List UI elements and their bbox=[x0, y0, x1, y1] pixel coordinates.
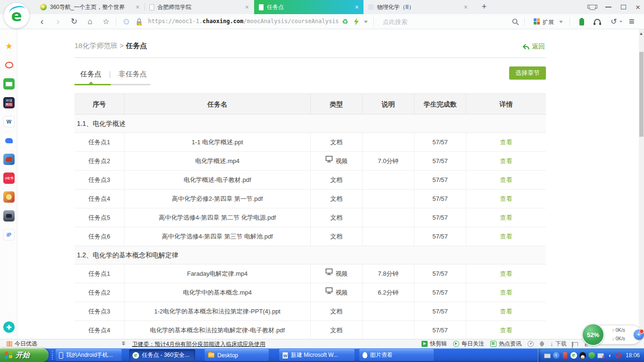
speed-lightning-icon[interactable] bbox=[354, 18, 359, 25]
weibo-icon[interactable] bbox=[3, 59, 15, 71]
restore-button[interactable] bbox=[621, 5, 626, 9]
task-name: Faraday电解定律.mp4 bbox=[124, 264, 310, 283]
view-link[interactable]: 查看 bbox=[500, 327, 512, 334]
game-icon-3[interactable] bbox=[3, 210, 15, 222]
extensions-icon[interactable] bbox=[534, 18, 540, 25]
view-link[interactable]: 查看 bbox=[500, 195, 512, 202]
view-link[interactable]: 查看 bbox=[500, 308, 512, 315]
close-window-button[interactable]: × bbox=[636, 3, 640, 11]
minimize-button[interactable] bbox=[605, 7, 611, 8]
qq-penguin-icon[interactable] bbox=[579, 352, 586, 359]
tray-collapse-icon[interactable]: ‹ bbox=[553, 352, 560, 359]
assistant-notification-icon[interactable]: + bbox=[634, 329, 644, 340]
daily-follow-button[interactable]: 每日关注 bbox=[453, 340, 484, 348]
start-button[interactable]: 开始 bbox=[0, 348, 49, 362]
keyboard-tray-icon[interactable] bbox=[544, 354, 551, 358]
skin-icon[interactable] bbox=[589, 5, 596, 10]
xiaohongshu-icon[interactable]: 小红书 bbox=[3, 173, 15, 184]
blocked-status-icon[interactable] bbox=[615, 353, 621, 358]
tab-hefei-normal[interactable]: 合肥师范学院 × bbox=[145, 0, 254, 14]
extensions-label[interactable]: 扩展 bbox=[543, 18, 554, 26]
quick-clip-button[interactable]: 快剪辑 bbox=[421, 340, 447, 348]
view-link[interactable]: 查看 bbox=[500, 233, 512, 240]
tab-renwudian-active[interactable]: 任务点 × bbox=[254, 0, 363, 14]
headphones-icon[interactable] bbox=[593, 18, 602, 25]
home-button[interactable]: ⌂ bbox=[84, 14, 96, 29]
scroll-up-icon[interactable] bbox=[640, 33, 643, 35]
new-tab-button[interactable]: + bbox=[477, 0, 491, 14]
search-icon[interactable] bbox=[512, 18, 519, 25]
download-button[interactable]: ↓ 下载 bbox=[550, 340, 567, 348]
network-error-icon[interactable] bbox=[597, 353, 604, 358]
address-dropdown-icon[interactable] bbox=[364, 21, 368, 23]
close-icon[interactable]: × bbox=[245, 4, 249, 10]
flag-report-icon[interactable] bbox=[573, 342, 578, 346]
taskbar-item-image-viewer[interactable]: 图片查看 bbox=[359, 349, 434, 361]
close-icon[interactable]: × bbox=[464, 4, 468, 10]
net-speed-widget[interactable]: ↑ 0K/s ↓ 0K/s 52% + bbox=[582, 323, 643, 346]
tab-task-points[interactable]: 任务点 bbox=[80, 70, 101, 78]
tab-360-nav[interactable]: + 360导航_一个主页，整个世界 × bbox=[35, 0, 144, 14]
hot-news-button[interactable]: 热点资讯 bbox=[490, 340, 521, 348]
site-safety-icon[interactable] bbox=[124, 19, 129, 25]
huanqiu-wangxiao-icon[interactable]: 环球 网校 bbox=[3, 97, 15, 108]
collapse-chevron-icon[interactable] bbox=[122, 342, 125, 346]
back-button[interactable]: ‹ bbox=[36, 14, 48, 29]
bookmark-star-button[interactable]: ☆ bbox=[100, 14, 112, 29]
speed-test-icon[interactable] bbox=[528, 341, 534, 347]
menu-icon[interactable]: ≡ bbox=[629, 16, 635, 27]
table-row: 任务点1 1-1 电化学概述.ppt 文档 57/57 查看 bbox=[74, 133, 546, 152]
view-link[interactable]: 查看 bbox=[500, 139, 512, 146]
select-chapter-button[interactable]: 选择章节 bbox=[509, 66, 546, 80]
undo-dropdown-icon[interactable] bbox=[619, 21, 622, 23]
mail-icon[interactable] bbox=[3, 78, 15, 90]
back-arrow-icon bbox=[522, 43, 529, 50]
rocket-boost-icon[interactable] bbox=[539, 341, 545, 347]
favorites-star-icon[interactable]: ★ bbox=[3, 41, 15, 52]
taskbar-item-desktop[interactable]: Desktop bbox=[205, 349, 269, 361]
view-link[interactable]: 查看 bbox=[500, 289, 512, 296]
tab-physical-chemistry[interactable]: 物理化学（II） × bbox=[363, 0, 472, 14]
360-nav-favicon: + bbox=[40, 4, 47, 10]
refresh-button[interactable]: ↻ bbox=[68, 14, 80, 29]
ip-logo-icon[interactable]: iP bbox=[3, 229, 15, 240]
battery-tray-icon[interactable] bbox=[563, 352, 567, 359]
volume-icon[interactable]: ◖ bbox=[606, 352, 613, 359]
view-link[interactable]: 查看 bbox=[500, 270, 512, 277]
battery-saver-icon[interactable] bbox=[579, 18, 585, 26]
view-link[interactable]: 查看 bbox=[500, 214, 512, 221]
back-link[interactable]: 返回 bbox=[522, 42, 545, 51]
task-type: 文档 bbox=[310, 171, 362, 189]
app-center-icon[interactable]: ✚ bbox=[3, 321, 15, 333]
word-doc-icon[interactable]: W bbox=[3, 116, 15, 127]
taskbar-item-word-doc[interactable]: W 新建 Microsoft W... bbox=[279, 349, 355, 361]
no-trace-recycle-icon[interactable]: ♻ bbox=[340, 14, 350, 29]
word-icon: W bbox=[282, 352, 288, 359]
breadcrumb-class[interactable]: 18化学师范班 bbox=[74, 41, 118, 49]
taskbar-item-android-phone[interactable]: 我的Android手机... bbox=[56, 349, 122, 361]
video-icon bbox=[325, 151, 333, 170]
close-icon[interactable]: × bbox=[136, 4, 140, 10]
view-link[interactable]: 查看 bbox=[500, 176, 512, 183]
tab-non-task-points[interactable]: 非任务点 bbox=[118, 70, 147, 78]
taskbar-item-browser-active[interactable]: e 任务点 - 360安全... bbox=[129, 349, 195, 361]
game-icon-2[interactable] bbox=[3, 191, 15, 203]
tab-label: 物理化学（II） bbox=[377, 3, 461, 11]
security-shield-icon[interactable] bbox=[588, 352, 595, 359]
search-input[interactable]: 点此搜索 bbox=[383, 18, 407, 26]
view-link[interactable]: 查看 bbox=[500, 157, 512, 165]
health-score-badge[interactable]: 52% bbox=[582, 323, 604, 346]
address-bar[interactable]: https://mooc1-1.chaoxing.com/moocAnalysi… bbox=[148, 18, 339, 25]
whale-chat-icon[interactable] bbox=[3, 135, 15, 146]
forward-button[interactable]: › bbox=[52, 14, 64, 29]
scrollbar-thumb[interactable] bbox=[639, 52, 644, 137]
extensions-dropdown-icon[interactable] bbox=[559, 21, 563, 23]
game-icon-1[interactable] bbox=[3, 154, 15, 165]
browser-logo[interactable]: e bbox=[4, 3, 29, 28]
page-scrollbar[interactable] bbox=[639, 29, 644, 339]
browser-tray-icon[interactable]: e bbox=[570, 352, 577, 359]
today-pick[interactable]: 今日优选 bbox=[7, 339, 37, 348]
news-headline-link[interactable]: 卫健委：预计4月份有部分疫苗能进入临床或应急使用 bbox=[132, 340, 265, 348]
undo-icon[interactable]: ↺ bbox=[609, 14, 619, 29]
close-icon[interactable]: × bbox=[355, 4, 359, 10]
